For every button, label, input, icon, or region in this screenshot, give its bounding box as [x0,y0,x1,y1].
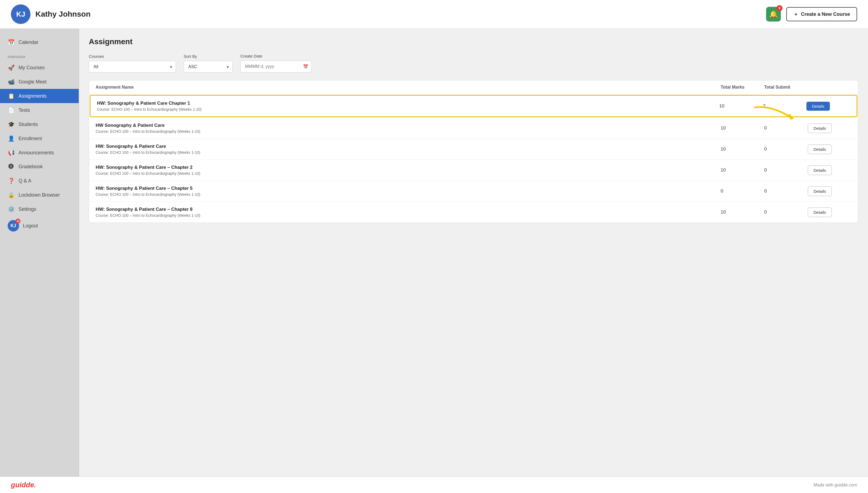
sidebar-user-avatar: KJ 10 [8,220,19,232]
total-marks-value: 10 [721,125,764,131]
avatar: KJ [11,4,30,24]
sidebar-label-announcements: Announcements [19,150,54,156]
create-course-button[interactable]: ＋ Create a New Course [786,7,857,21]
details-button[interactable]: Details [808,124,832,133]
total-marks-value: 10 [719,103,763,109]
main-layout: 📅 Calendar Instructor 🚀 My Courses 📹 Goo… [0,29,868,477]
details-cell: Details [806,102,850,111]
gradebook-icon: 🅐 [8,164,15,170]
total-submit-value: 0 [764,188,808,194]
assignment-course: Course: ECHO 100 – Intro to Echocardiogr… [96,150,721,155]
sidebar-item-assignments[interactable]: 📋 Assignments [0,89,79,103]
assignment-course: Course: ECHO 100 – Intro to Echocardiogr… [96,171,721,176]
footer-made-with: Made with guidde.com [814,483,857,488]
createdate-input[interactable] [240,61,312,72]
total-submit-value: 0 [764,167,808,173]
content-area: Assignment Courses All Sort By ASC [79,29,868,477]
page-title: Assignment [89,37,858,46]
total-marks-value: 10 [721,167,764,173]
sortby-select[interactable]: ASC [184,61,233,72]
details-button[interactable]: Details [808,145,832,154]
assignment-name: HW: Sonography & Patient Care Chapter 1 [97,101,719,106]
sidebar: 📅 Calendar Instructor 🚀 My Courses 📹 Goo… [0,29,79,477]
table-row: HW: Sonography & Patient Care Course: EC… [89,139,858,160]
header-total-submit: Total Submit [764,85,808,90]
sidebar-label-my-courses: My Courses [19,65,45,71]
notification-badge: 9 [776,5,782,11]
sidebar-item-label: Calendar [19,40,39,45]
gear-icon: ⚙️ [8,206,15,212]
sortby-select-wrapper: ASC [184,61,233,72]
assignment-name: HW: Sonography & Patient Care – Chapter … [96,207,721,212]
brand-logo: guidde. [11,481,36,489]
assignment-course: Course: ECHO 100 – Intro to Echocardiogr… [96,192,721,197]
assignments-table: Assignment Name Total Marks Total Submit… [89,80,858,223]
table-row: HW: Sonography & Patient Care Chapter 1 … [90,95,858,117]
qa-icon: ❓ [8,177,15,184]
sortby-filter-label: Sort By [184,54,233,59]
sidebar-label-google-meet: Google Meet [19,79,47,85]
assignment-course: Course: ECHO 100 – Intro to Echocardiogr… [97,107,719,111]
sidebar-section-instructor: Instructor [0,49,79,61]
total-submit-value: 0 [764,125,808,131]
createdate-filter-group: Create Date [240,54,312,72]
assignment-name-cell: HW: Sonography & Patient Care – Chapter … [96,207,721,218]
sidebar-item-tests[interactable]: 📄 Tests [0,103,79,117]
sidebar-label-lockdown: Lockdown Browser [19,192,60,198]
sidebar-item-calendar[interactable]: 📅 Calendar [0,35,79,49]
sidebar-label-students: Students [19,122,38,127]
calendar-icon: 📅 [8,39,15,45]
assignment-name-cell: HW: Sonography & Patient Care Chapter 1 … [97,101,719,111]
details-cell: Details [808,145,851,154]
details-cell: Details [808,124,851,133]
assignment-name: HW: Sonography & Patient Care [96,144,721,149]
announcements-icon: 📢 [8,149,15,156]
createdate-filter-label: Create Date [240,54,312,58]
sidebar-avatar-initials: KJ [10,223,16,228]
plus-icon: ＋ [793,11,798,18]
details-button[interactable]: Details [808,166,832,175]
sidebar-item-settings[interactable]: ⚙️ Settings [0,202,79,216]
sidebar-item-my-courses[interactable]: 🚀 My Courses [0,61,79,75]
tests-icon: 📄 [8,107,15,113]
assignment-name: HW Sonography & Patient Care [96,123,721,128]
sidebar-item-lockdown[interactable]: 🔒 Lockdown Browser [0,188,79,202]
courses-select-wrapper: All [89,61,176,72]
sidebar-item-enrollment[interactable]: 👤 Enrollment [0,131,79,146]
details-cell: Details [808,166,851,175]
create-course-label: Create a New Course [801,12,850,17]
details-button[interactable]: Details [808,208,832,217]
sidebar-item-gradebook[interactable]: 🅐 Gradebook [0,160,79,174]
header-total-marks: Total Marks [721,85,764,90]
courses-select[interactable]: All [89,61,176,72]
header-left: KJ Kathy Johnson [11,4,90,24]
assignments-table-outer: Assignment Name Total Marks Total Submit… [89,80,858,223]
notification-button[interactable]: 🔔 9 [766,7,781,22]
filter-row: Courses All Sort By ASC Create Date [89,54,858,72]
sidebar-item-logout[interactable]: KJ 10 Logout [0,216,79,235]
sidebar-label-gradebook: Gradebook [19,164,43,170]
assignment-course: Course: ECHO 100 – Intro to Echocardiogr… [96,213,721,218]
details-button[interactable]: Details [808,187,832,196]
details-button[interactable]: Details [806,102,830,111]
students-icon: 🎓 [8,121,15,128]
sortby-filter-group: Sort By ASC [184,54,233,72]
sidebar-item-qa[interactable]: ❓ Q & A [0,174,79,188]
rocket-icon: 🚀 [8,64,15,71]
header-assignment-name: Assignment Name [96,85,721,90]
total-marks-value: 10 [721,146,764,152]
enrollment-icon: 👤 [8,135,15,142]
sidebar-label-tests: Tests [19,107,30,113]
sidebar-label-assignments: Assignments [19,93,47,99]
sidebar-item-students[interactable]: 🎓 Students [0,117,79,131]
details-cell: Details [808,208,851,217]
assignment-name-cell: HW Sonography & Patient Care Course: ECH… [96,123,721,134]
total-marks-value: 0 [721,188,764,194]
sidebar-label-qa: Q & A [19,178,31,184]
sidebar-item-google-meet[interactable]: 📹 Google Meet [0,75,79,89]
bell-icon: 🔔 [769,10,778,19]
sidebar-item-announcements[interactable]: 📢 Announcements [0,146,79,160]
sidebar-avatar-badge: 10 [16,219,20,223]
lock-icon: 🔒 [8,192,15,198]
footer: guidde. Made with guidde.com [0,477,868,493]
